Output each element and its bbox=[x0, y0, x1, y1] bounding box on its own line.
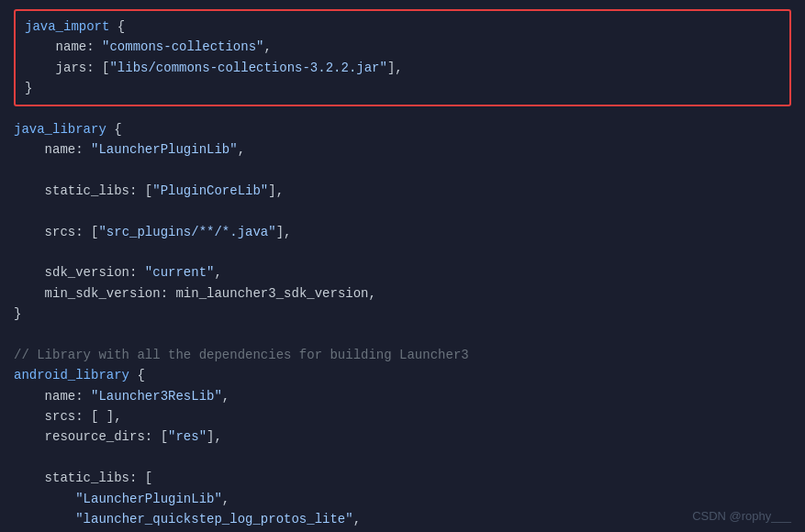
code-line-13: min_sdk_version: min_launcher3_sdk_versi… bbox=[14, 283, 791, 304]
code-line-6: name: "LauncherPluginLib", bbox=[14, 139, 791, 160]
watermark-text: CSDN @rophy___ bbox=[692, 509, 791, 523]
code-line-14: } bbox=[14, 304, 791, 324]
code-editor: java_import { name: "commons-collections… bbox=[0, 0, 805, 532]
code-line-15 bbox=[14, 324, 791, 344]
code-line-7 bbox=[14, 160, 791, 180]
code-line-21: static_libs: [ bbox=[14, 468, 791, 488]
main-code-block: java_library { name: "LauncherPluginLib"… bbox=[14, 119, 791, 532]
code-line-comment: // Library with all the dependencies for… bbox=[14, 345, 791, 365]
code-line-23: "launcher_quickstep_log_protos_lite", bbox=[14, 509, 791, 529]
code-line-11 bbox=[14, 242, 791, 262]
highlighted-code-block: java_import { name: "commons-collections… bbox=[14, 9, 791, 106]
code-line-9 bbox=[14, 201, 791, 221]
code-line-17: name: "Launcher3ResLib", bbox=[14, 386, 791, 406]
code-line-16: android_library { bbox=[14, 365, 791, 385]
code-line-12: sdk_version: "current", bbox=[14, 262, 791, 283]
code-line-10: srcs: ["src_plugins/**/*.java"], bbox=[14, 222, 791, 242]
code-line-18: srcs: [ ], bbox=[14, 406, 791, 427]
code-line-4: } bbox=[25, 78, 780, 98]
code-line-3: jars: ["libs/commons-collections-3.2.2.j… bbox=[25, 58, 780, 78]
code-line-5: java_library { bbox=[14, 119, 791, 139]
code-line-1: java_import { bbox=[25, 17, 780, 37]
code-line-2: name: "commons-collections", bbox=[25, 37, 780, 57]
code-line-20 bbox=[14, 448, 791, 468]
code-line-22: "LauncherPluginLib", bbox=[14, 489, 791, 509]
code-line-19: resource_dirs: ["res"], bbox=[14, 427, 791, 447]
code-line-8: static_libs: ["PluginCoreLib"], bbox=[14, 181, 791, 201]
